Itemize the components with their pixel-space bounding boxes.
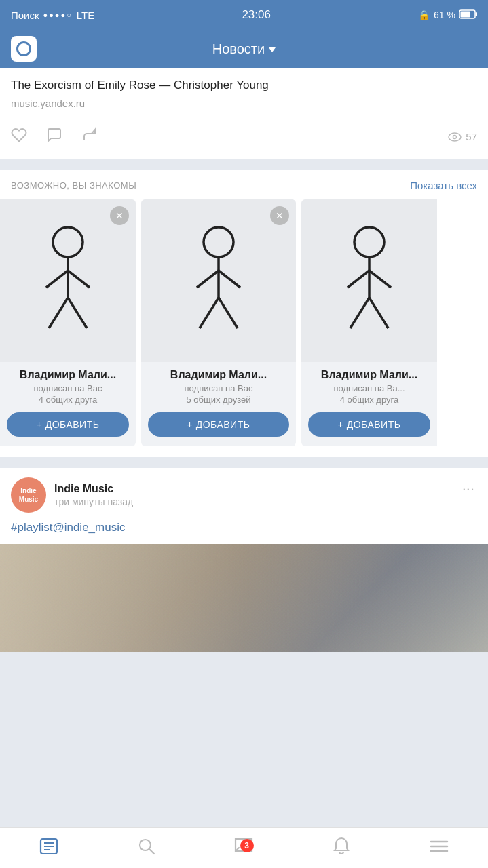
comment-button[interactable] <box>46 123 62 151</box>
views-count: 57 <box>448 131 477 142</box>
network-type: LTE <box>77 9 94 21</box>
like-button[interactable] <box>11 123 27 151</box>
post-card-2: Indie Music Indie Music три минуты назад… <box>0 468 488 652</box>
svg-line-29 <box>149 849 154 854</box>
status-right: 🔒 61 % <box>418 9 477 21</box>
tab-menu[interactable] <box>390 839 488 858</box>
header-title[interactable]: Новости <box>212 41 276 57</box>
status-bar: Поиск ●●●●○ LTE 23:06 🔒 61 % <box>0 0 488 30</box>
person-card-3: Владимир Мали... подписан на Ва... 4 общ… <box>301 199 437 446</box>
svg-point-4 <box>453 135 457 138</box>
tab-search[interactable] <box>98 837 195 859</box>
menu-icon <box>430 839 449 858</box>
carrier-label: Поиск <box>11 9 39 21</box>
post-meta-2: Indie Music три минуты назад <box>54 483 477 507</box>
post-actions: 57 <box>0 117 488 159</box>
svg-line-20 <box>369 271 391 288</box>
dismiss-person-1[interactable]: ✕ <box>110 206 129 225</box>
person-card-1: ✕ Владимир Мали... подписан на Вас 4 общ… <box>0 199 136 446</box>
people-section-title: ВОЗМОЖНО, ВЫ ЗНАКОМЫ <box>11 180 136 191</box>
svg-line-19 <box>348 271 369 288</box>
person-name-2: Владимир Мали... <box>141 362 296 382</box>
person-avatar-1: ✕ <box>0 199 136 362</box>
tab-news[interactable] <box>0 837 98 859</box>
dismiss-person-2[interactable]: ✕ <box>270 206 289 225</box>
svg-point-17 <box>354 227 384 257</box>
vk-logo-circle <box>16 41 31 56</box>
person-subscriber-1: подписан на Вас <box>27 382 109 394</box>
avatar-text: Indie Music <box>19 486 38 504</box>
svg-line-8 <box>68 271 90 288</box>
svg-point-5 <box>53 227 83 257</box>
tab-notifications[interactable] <box>293 837 390 860</box>
heart-icon <box>11 127 27 147</box>
add-person-2-button[interactable]: + ДОБАВИТЬ <box>148 412 289 437</box>
search-icon <box>138 837 155 859</box>
person-subscriber-3: подписан на Ва... <box>326 382 411 394</box>
svg-point-3 <box>449 133 461 141</box>
svg-rect-23 <box>0 544 488 652</box>
share-button[interactable] <box>81 123 98 151</box>
battery-label: 61 % <box>434 9 455 20</box>
svg-line-10 <box>68 298 87 328</box>
svg-point-11 <box>204 227 233 257</box>
person-friends-3: 4 общих друга <box>333 394 405 406</box>
status-left: Поиск ●●●●○ LTE <box>11 9 94 21</box>
comment-icon <box>46 127 62 147</box>
messages-badge: 3 <box>240 839 254 852</box>
image-texture <box>0 544 488 652</box>
svg-line-15 <box>200 298 219 328</box>
stick-figure-2 <box>185 223 252 338</box>
svg-line-7 <box>46 271 68 288</box>
people-header: ВОЗМОЖНО, ВЫ ЗНАКОМЫ Показать всех <box>0 180 488 199</box>
person-subscriber-2: подписан на Вас <box>178 382 260 394</box>
post-title: The Exorcism of Emily Rose — Christopher… <box>0 68 488 98</box>
views-number: 57 <box>466 131 477 142</box>
tab-bar: 3 <box>0 827 488 868</box>
bottom-spacer <box>0 658 488 704</box>
person-friends-1: 4 общих друга <box>32 394 104 406</box>
post-author-2[interactable]: Indie Music <box>54 483 477 495</box>
svg-line-22 <box>369 298 388 328</box>
post-time-2: три минуты назад <box>54 496 477 507</box>
person-avatar-3 <box>301 199 437 362</box>
add-person-3-button[interactable]: + ДОБАВИТЬ <box>308 412 430 437</box>
chevron-down-icon <box>269 47 276 52</box>
bell-icon <box>333 837 350 860</box>
svg-rect-1 <box>461 11 470 17</box>
section-divider <box>0 165 488 170</box>
post-card-1: The Exorcism of Emily Rose — Christopher… <box>0 68 488 159</box>
svg-rect-2 <box>476 12 478 16</box>
svg-line-13 <box>197 271 219 288</box>
person-name-1: Владимир Мали... <box>0 362 136 382</box>
stick-figure-1 <box>34 223 102 338</box>
navigation-bar: Новости <box>0 30 488 68</box>
more-options-button[interactable]: ··· <box>459 480 477 498</box>
svg-line-16 <box>219 298 238 328</box>
person-friends-2: 5 общих друзей <box>179 394 257 406</box>
post-hashtag[interactable]: #playlist@indie_music <box>0 519 488 544</box>
post-header-2: Indie Music Indie Music три минуты назад… <box>0 468 488 519</box>
add-person-1-button[interactable]: + ДОБАВИТЬ <box>7 412 129 437</box>
tab-messages[interactable]: 3 <box>195 837 293 859</box>
svg-line-9 <box>49 298 68 328</box>
person-card-2: ✕ Владимир Мали... подписан на Вас 5 общ… <box>141 199 296 446</box>
avatar-indie-music[interactable]: Indie Music <box>11 477 46 513</box>
stick-figure-3 <box>335 223 403 338</box>
svg-line-14 <box>219 271 240 288</box>
news-icon <box>39 837 58 859</box>
person-name-3: Владимир Мали... <box>301 362 437 382</box>
header-title-text: Новости <box>212 41 265 57</box>
share-icon <box>81 127 98 147</box>
section-divider-2 <box>0 462 488 468</box>
show-all-link[interactable]: Показать всех <box>410 180 477 191</box>
people-scroll-container: ✕ Владимир Мали... подписан на Вас 4 общ… <box>0 199 488 446</box>
post-link[interactable]: music.yandex.ru <box>0 98 488 117</box>
people-you-may-know: ВОЗМОЖНО, ВЫ ЗНАКОМЫ Показать всех ✕ Вла… <box>0 170 488 457</box>
signal-dots: ●●●●○ <box>43 11 73 19</box>
status-time: 23:06 <box>242 8 271 22</box>
person-avatar-2: ✕ <box>141 199 296 362</box>
app-logo <box>11 36 37 62</box>
battery-icon <box>459 9 477 21</box>
svg-line-21 <box>350 298 369 328</box>
